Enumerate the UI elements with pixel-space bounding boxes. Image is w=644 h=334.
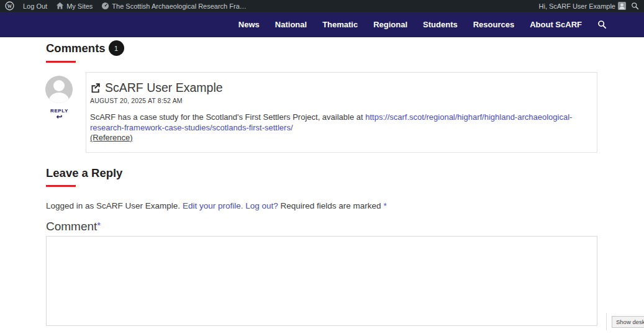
nav-item-resources[interactable]: Resources [473, 20, 514, 29]
logged-in-line: Logged in as ScARF User Example. Edit yo… [46, 201, 387, 210]
comment-author-column: REPLY ↩ [45, 76, 73, 120]
account-menu[interactable]: Hi, ScARF User Example [539, 2, 626, 10]
log-out-question-link[interactable]: Log out? [245, 201, 278, 210]
external-link-icon[interactable] [90, 83, 101, 93]
comment-text: ScARF has a case study for the Scotland'… [90, 112, 365, 122]
nav-item-news[interactable]: News [238, 20, 260, 29]
comments-heading: Comments 1 [46, 40, 124, 56]
taskbar-edge-divider [606, 313, 607, 330]
nav-item-about-scarf[interactable]: About ScARF [530, 20, 582, 29]
heading-underline [46, 61, 76, 63]
comment-body: ScARF has a case study for the Scotland'… [90, 112, 584, 143]
my-sites-link[interactable]: My Sites [56, 2, 93, 10]
user-avatar-icon [618, 2, 626, 10]
nav-item-thematic[interactable]: Thematic [322, 20, 358, 29]
nav-item-students[interactable]: Students [423, 20, 458, 29]
dashboard-gauge-icon [101, 2, 109, 10]
svg-text:W: W [7, 4, 12, 9]
show-desktop-tooltip[interactable]: Show desktop [612, 316, 644, 328]
nav-search-icon[interactable] [597, 20, 607, 29]
current-site-link[interactable]: The Scottish Archaeological Research Fra… [101, 2, 246, 10]
comment-count-badge: 1 [109, 40, 124, 56]
nav-item-national[interactable]: National [275, 20, 307, 29]
comment-author-name[interactable]: ScARF User Example [105, 81, 223, 95]
reference-link[interactable]: (Reference) [90, 133, 133, 142]
logged-in-text: Logged in as ScARF User Example. [46, 201, 180, 210]
required-asterisk: * [97, 220, 101, 230]
edit-profile-link[interactable]: Edit your profile. [183, 201, 243, 210]
admin-search-icon[interactable] [631, 2, 639, 10]
reply-arrow-icon[interactable]: ↩ [45, 114, 73, 120]
wordpress-logo-icon[interactable]: W [5, 1, 14, 11]
required-asterisk: * [383, 201, 386, 210]
comment-input[interactable] [46, 236, 597, 326]
comment-field-label: Comment* [46, 220, 101, 233]
avatar [45, 76, 73, 103]
required-fields-text: Required fields are marked [281, 201, 381, 210]
heading-underline [46, 185, 76, 187]
main-nav: News National Thematic Regional Students… [0, 12, 644, 37]
nav-item-regional[interactable]: Regional [373, 20, 407, 29]
comment-date: AUGUST 20, 2025 AT 8:52 AM [90, 97, 584, 104]
reference-line: (Reference) [90, 133, 584, 143]
log-out-link[interactable]: Log Out [23, 2, 47, 10]
home-icon [56, 2, 64, 10]
wp-admin-bar: W Log Out My Sites The Scottish Archaeol… [0, 0, 644, 12]
primary-menu: News National Thematic Regional Students… [238, 12, 607, 37]
comment-card: ScARF User Example AUGUST 20, 2025 AT 8:… [86, 72, 597, 153]
leave-a-reply-heading: Leave a Reply [46, 166, 122, 180]
